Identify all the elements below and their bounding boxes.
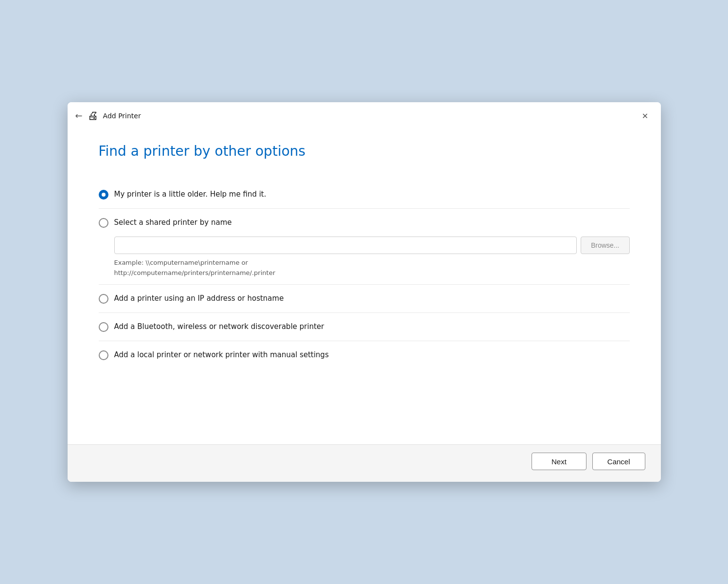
options-list: My printer is a little older. Help me fi…	[99, 182, 630, 367]
option-bluetooth-printer[interactable]: Add a Bluetooth, wireless or network dis…	[99, 315, 630, 339]
shared-printer-section: Browse... Example: \\computername\printe…	[114, 237, 630, 278]
option-older-printer-label: My printer is a little older. Help me fi…	[114, 189, 266, 200]
option-shared-printer-label: Select a shared printer by name	[114, 218, 232, 228]
browse-button[interactable]: Browse...	[581, 237, 629, 254]
radio-bluetooth-printer[interactable]	[99, 322, 108, 332]
dialog-title: Add Printer	[103, 112, 141, 120]
option-ip-printer[interactable]: Add a printer using an IP address or hos…	[99, 287, 630, 310]
title-bar-left: ← 🖨 Add Printer	[75, 110, 141, 121]
dialog-content: Find a printer by other options My print…	[68, 128, 661, 444]
example-text: Example: \\computername\printername orht…	[114, 258, 630, 278]
next-button[interactable]: Next	[532, 453, 586, 470]
radio-local-printer[interactable]	[99, 350, 108, 360]
radio-shared-printer[interactable]	[99, 218, 108, 228]
option-ip-printer-label: Add a printer using an IP address or hos…	[114, 293, 284, 304]
title-bar: ← 🖨 Add Printer ✕	[68, 102, 661, 128]
dialog-footer: Next Cancel	[68, 444, 661, 482]
close-button[interactable]: ✕	[638, 108, 653, 124]
radio-older-printer[interactable]	[99, 190, 108, 200]
divider-1	[99, 208, 630, 209]
add-printer-dialog: ← 🖨 Add Printer ✕ Find a printer by othe…	[68, 102, 661, 482]
back-button[interactable]: ←	[75, 111, 83, 120]
option-local-printer-label: Add a local printer or network printer w…	[114, 350, 329, 360]
divider-3	[99, 312, 630, 313]
divider-2	[99, 284, 630, 285]
printer-name-input[interactable]	[114, 237, 577, 254]
option-bluetooth-printer-label: Add a Bluetooth, wireless or network dis…	[114, 322, 324, 332]
printer-icon: 🖨	[88, 110, 98, 121]
option-local-printer[interactable]: Add a local printer or network printer w…	[99, 343, 630, 367]
option-older-printer[interactable]: My printer is a little older. Help me fi…	[99, 182, 630, 206]
divider-4	[99, 341, 630, 341]
option-shared-printer[interactable]: Select a shared printer by name	[99, 211, 630, 235]
page-heading: Find a printer by other options	[99, 143, 630, 159]
printer-name-row: Browse...	[114, 237, 630, 254]
cancel-button[interactable]: Cancel	[592, 453, 645, 470]
radio-ip-printer[interactable]	[99, 294, 108, 304]
